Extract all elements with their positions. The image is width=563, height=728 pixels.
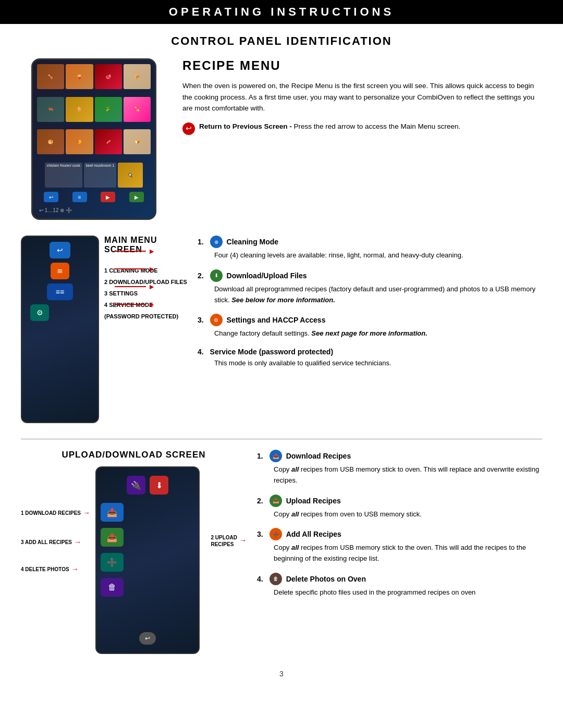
food-cell-6: 🥚 (66, 97, 93, 122)
desc-item-settings: 3. ⚙ Settings and HACCP Access Change fa… (198, 314, 542, 339)
back-button[interactable]: ↩ (139, 632, 156, 645)
device-btn-3[interactable]: ≡≡ (47, 283, 73, 300)
upload-text-2: Copy all recipes from oven to USB memory… (274, 509, 542, 520)
down-arrow-sym: ⬇ (156, 480, 163, 490)
upload-title-3: Add All Recipes (286, 530, 341, 538)
ctrl-btn-2[interactable]: ≡ (72, 192, 87, 202)
upload-item-2: 📤 (101, 528, 194, 547)
return-icon: ↩ (182, 122, 195, 135)
descriptions-section: 1. ⊕ Cleaning Mode Four (4) cleaning lev… (198, 236, 542, 377)
upload-num-4: 4. (257, 575, 263, 583)
upload-btn-download[interactable]: 📥 (101, 503, 124, 522)
section-title: CONTROL PANEL IDENTIFICATION (21, 34, 542, 48)
ctrl-btn-green[interactable]: ▶ (129, 192, 144, 202)
upload-desc-4: 4. 🗑 Delete Photos on Oven Delete specif… (257, 573, 542, 598)
main-menu-section: ↩ ≋ ≡≡ ⚙ ► (21, 236, 542, 423)
desc-number-3: 3. (198, 316, 204, 324)
recipe-menu-title: RECIPE MENU (182, 58, 542, 73)
annot-delete-text: 4 DELETE PHOTOS (21, 566, 69, 573)
download-icon-sym: ⬇ (214, 273, 218, 278)
down-arrow-icon: ⬇ (150, 476, 168, 495)
upload-items-container: 📥 📤 ➕ (101, 503, 194, 624)
arrow-2: ► (115, 265, 155, 273)
food-cell-extra: 🍳 (118, 163, 143, 188)
device-icon-3: ≡≡ (56, 288, 64, 296)
upload-btn-upload[interactable]: 📤 (101, 528, 124, 547)
cleaning-icon-sym: ⊕ (214, 239, 218, 245)
upload-device: 🔌 ⬇ 📥 (95, 466, 200, 654)
annot-download-recipes: 1 DOWNLOAD RECIPES → (21, 508, 90, 517)
food-cell-10: 🍤 (66, 129, 93, 154)
dl-icon-sym: 📥 (273, 453, 279, 459)
upload-title-1: Download Recipes (286, 452, 351, 460)
upload-section-title: UPLOAD/DOWNLOAD SCREEN (62, 450, 205, 460)
upload-desc-1: 1. 📥 Download Recipes Copy all recipes f… (257, 450, 542, 486)
desc-text-4: This mode is only available to qualified… (214, 358, 542, 369)
right-annotations: ← 2 UPLOADRECIPES (200, 534, 247, 564)
desc-item-service: 4. Service Mode (password protected) Thi… (198, 348, 542, 369)
device-btn-4[interactable]: ⚙ (30, 304, 49, 321)
desc-title-1: Cleaning Mode (227, 238, 279, 246)
food-cell-1: 🍗 (37, 64, 64, 89)
device-arrows: ► ► ► ► (115, 247, 155, 309)
desc-text-3: Change factory default settings. See nex… (214, 328, 542, 339)
delete-photos-icon: 🗑 (270, 573, 282, 585)
desc-title-4: Service Mode (password protected) (210, 348, 334, 356)
food-cell-8: 🍖 (124, 97, 151, 122)
upload-btn-add[interactable]: ➕ (101, 553, 124, 572)
upload-btn-delete[interactable]: 🗑 (101, 578, 124, 597)
device-bottom-bar: ↩ 1…12 ⊕ ➕ (37, 206, 151, 214)
device-btn-1[interactable]: ↩ (50, 242, 70, 258)
desc-number-1: 1. (198, 238, 204, 246)
device-icon-2: ≋ (57, 267, 63, 275)
annot-arrow-3: → (71, 564, 79, 574)
desc-number-2: 2. (198, 272, 204, 280)
settings-icon: ⚙ (210, 314, 223, 326)
upload-text-4: Delete specific photo files used in the … (274, 587, 542, 598)
upload-header-4: 4. 🗑 Delete Photos on Oven (257, 573, 542, 585)
desc-title-3: Settings and HACCP Access (227, 316, 326, 324)
upload-text-3: Copy all recipes from USB memory stick t… (274, 542, 542, 564)
upload-item-1: 📥 (101, 503, 194, 522)
desc-header-3: 3. ⚙ Settings and HACCP Access (198, 314, 542, 326)
ctrl-btn-red[interactable]: ▶ (101, 192, 115, 202)
annot-download-text: 1 DOWNLOAD RECIPES (21, 510, 81, 516)
annot-delete-photos: 4 DELETE PHOTOS → (21, 564, 90, 574)
page-number: 3 (21, 670, 542, 678)
upload-header-2: 2. 📤 Upload Recipes (257, 495, 542, 507)
menu-item-5: (PASSWORD PROTECTED) (104, 311, 187, 322)
upload-btn-upload-sym: 📤 (107, 533, 117, 542)
upload-desc-3: 3. ➕ Add All Recipes Copy all recipes fr… (257, 528, 542, 564)
desc-text-2: Download all preprogrammed recipes (fact… (214, 284, 542, 306)
food-grid: 🍗 🍟 🥩 🥐 🦐 🥚 🥦 🍖 🥞 🍤 🥓 🍞 (37, 64, 151, 161)
desc-title-2: Download/Upload Files (227, 272, 307, 280)
upload-btn-download-sym: 📥 (107, 508, 117, 517)
upload-title-2: Upload Recipes (286, 497, 341, 505)
food-cell-5: 🦐 (37, 97, 64, 122)
arrow-1: ► (115, 247, 155, 255)
settings-icon-sym: ⚙ (214, 317, 218, 323)
desc-number-4: 4. (198, 348, 204, 356)
device-btn-2[interactable]: ≋ (51, 263, 69, 279)
device-bottom-upload: ↩ (101, 629, 194, 648)
upload-item-3: ➕ (101, 553, 194, 572)
annot-arrow-right: ← (239, 536, 247, 546)
desc-text-1: Four (4) cleaning levels are available: … (214, 250, 542, 261)
food-cell-12: 🍞 (124, 129, 151, 154)
food-cell-7: 🥦 (95, 97, 122, 122)
del-icon-sym: 🗑 (273, 576, 278, 582)
food-cell-9: 🥞 (37, 129, 64, 154)
upload-download-section: UPLOAD/DOWNLOAD SCREEN 1 DOWNLOAD RECIPE… (21, 450, 542, 654)
ctrl-btn-1[interactable]: ↩ (44, 192, 58, 202)
annot-upload: ← 2 UPLOADRECIPES (205, 534, 247, 548)
annot-arrow-2: → (74, 537, 81, 547)
annot-upload-text: 2 UPLOADRECIPES (211, 534, 237, 548)
recipe-menu-paragraph: When the oven is powered on, the Recipe … (182, 80, 542, 114)
upload-num-3: 3. (257, 530, 263, 538)
upload-title-4: Delete Photos on Oven (286, 575, 366, 583)
label-beef: beef mushroom 1 (84, 163, 116, 188)
upload-item-4: 🗑 (101, 578, 194, 597)
arrow-4: ► (115, 300, 155, 309)
ctrl-icon-red: ▶ (106, 194, 110, 200)
page-indicator: ↩ 1…12 ⊕ ➕ (39, 207, 72, 213)
